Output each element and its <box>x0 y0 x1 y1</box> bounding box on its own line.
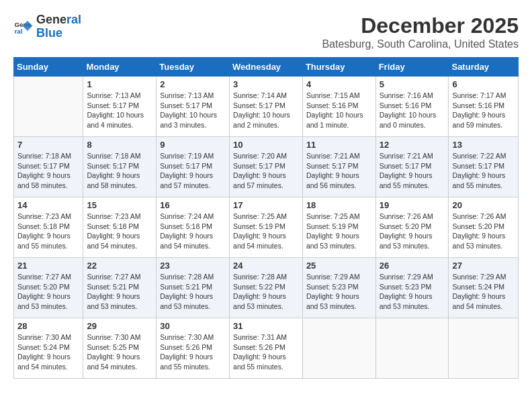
day-info: Sunrise: 7:27 AM Sunset: 5:21 PM Dayligh… <box>87 272 152 312</box>
calendar-day-16: 16Sunrise: 7:24 AM Sunset: 5:18 PM Dayli… <box>157 197 230 258</box>
day-number: 19 <box>380 200 445 210</box>
day-info: Sunrise: 7:29 AM Sunset: 5:23 PM Dayligh… <box>380 272 445 312</box>
day-number: 27 <box>452 261 515 271</box>
calendar-day-1: 1Sunrise: 7:13 AM Sunset: 5:17 PM Daylig… <box>83 77 157 137</box>
logo-icon: Gene ral <box>13 17 34 37</box>
day-number: 8 <box>87 140 152 150</box>
day-number: 1 <box>87 79 152 89</box>
day-number: 14 <box>17 200 79 210</box>
calendar-table: SundayMondayTuesdayWednesdayThursdayFrid… <box>13 57 519 379</box>
calendar-day-28: 28Sunrise: 7:30 AM Sunset: 5:24 PM Dayli… <box>14 318 83 379</box>
day-info: Sunrise: 7:19 AM Sunset: 5:17 PM Dayligh… <box>160 151 226 191</box>
calendar-empty-cell <box>302 318 375 379</box>
day-number: 17 <box>233 200 299 210</box>
day-info: Sunrise: 7:14 AM Sunset: 5:17 PM Dayligh… <box>233 91 299 130</box>
day-info: Sunrise: 7:21 AM Sunset: 5:17 PM Dayligh… <box>306 151 372 191</box>
day-number: 26 <box>380 261 445 271</box>
calendar-empty-cell <box>375 318 449 379</box>
calendar-day-25: 25Sunrise: 7:29 AM Sunset: 5:23 PM Dayli… <box>302 258 375 318</box>
svg-text:ral: ral <box>15 28 23 35</box>
logo: Gene ral General Blue <box>13 13 81 40</box>
calendar-day-21: 21Sunrise: 7:27 AM Sunset: 5:20 PM Dayli… <box>14 258 83 318</box>
header-day-friday: Friday <box>375 58 449 77</box>
day-info: Sunrise: 7:18 AM Sunset: 5:17 PM Dayligh… <box>17 151 79 191</box>
day-info: Sunrise: 7:26 AM Sunset: 5:20 PM Dayligh… <box>380 212 445 251</box>
day-info: Sunrise: 7:25 AM Sunset: 5:19 PM Dayligh… <box>233 212 299 251</box>
calendar-empty-cell <box>14 77 83 137</box>
header-day-saturday: Saturday <box>449 58 519 77</box>
header-day-tuesday: Tuesday <box>157 58 230 77</box>
calendar-day-12: 12Sunrise: 7:21 AM Sunset: 5:17 PM Dayli… <box>375 137 449 197</box>
day-number: 11 <box>306 140 372 150</box>
day-number: 25 <box>306 261 372 271</box>
calendar-day-7: 7Sunrise: 7:18 AM Sunset: 5:17 PM Daylig… <box>14 137 83 197</box>
calendar-week-row: 28Sunrise: 7:30 AM Sunset: 5:24 PM Dayli… <box>14 318 519 379</box>
day-info: Sunrise: 7:28 AM Sunset: 5:22 PM Dayligh… <box>233 272 299 312</box>
calendar-day-14: 14Sunrise: 7:23 AM Sunset: 5:18 PM Dayli… <box>14 197 83 258</box>
calendar-day-6: 6Sunrise: 7:17 AM Sunset: 5:16 PM Daylig… <box>449 77 519 137</box>
header-day-wednesday: Wednesday <box>230 58 303 77</box>
header-day-thursday: Thursday <box>302 58 375 77</box>
day-info: Sunrise: 7:16 AM Sunset: 5:16 PM Dayligh… <box>380 91 445 130</box>
calendar-title: December 2025 <box>322 13 519 38</box>
day-info: Sunrise: 7:25 AM Sunset: 5:19 PM Dayligh… <box>306 212 372 251</box>
day-number: 28 <box>17 321 79 331</box>
day-info: Sunrise: 7:24 AM Sunset: 5:18 PM Dayligh… <box>160 212 226 251</box>
calendar-day-8: 8Sunrise: 7:18 AM Sunset: 5:17 PM Daylig… <box>83 137 157 197</box>
day-number: 7 <box>17 140 79 150</box>
day-number: 5 <box>380 79 445 89</box>
day-number: 22 <box>87 261 152 271</box>
day-info: Sunrise: 7:23 AM Sunset: 5:18 PM Dayligh… <box>87 212 152 251</box>
calendar-header-row: SundayMondayTuesdayWednesdayThursdayFrid… <box>14 58 519 77</box>
day-number: 9 <box>160 140 226 150</box>
day-number: 12 <box>380 140 445 150</box>
day-info: Sunrise: 7:26 AM Sunset: 5:20 PM Dayligh… <box>452 212 515 251</box>
calendar-day-4: 4Sunrise: 7:15 AM Sunset: 5:16 PM Daylig… <box>302 77 375 137</box>
header-day-monday: Monday <box>83 58 157 77</box>
calendar-day-9: 9Sunrise: 7:19 AM Sunset: 5:17 PM Daylig… <box>157 137 230 197</box>
calendar-day-27: 27Sunrise: 7:29 AM Sunset: 5:24 PM Dayli… <box>449 258 519 318</box>
day-info: Sunrise: 7:23 AM Sunset: 5:18 PM Dayligh… <box>17 212 79 251</box>
day-number: 15 <box>87 200 152 210</box>
calendar-empty-cell <box>449 318 519 379</box>
day-info: Sunrise: 7:29 AM Sunset: 5:24 PM Dayligh… <box>452 272 515 312</box>
calendar-day-30: 30Sunrise: 7:30 AM Sunset: 5:26 PM Dayli… <box>157 318 230 379</box>
calendar-day-3: 3Sunrise: 7:14 AM Sunset: 5:17 PM Daylig… <box>230 77 303 137</box>
calendar-day-15: 15Sunrise: 7:23 AM Sunset: 5:18 PM Dayli… <box>83 197 157 258</box>
day-number: 18 <box>306 200 372 210</box>
day-info: Sunrise: 7:17 AM Sunset: 5:16 PM Dayligh… <box>452 91 515 130</box>
header-day-sunday: Sunday <box>14 58 83 77</box>
calendar-day-2: 2Sunrise: 7:13 AM Sunset: 5:17 PM Daylig… <box>157 77 230 137</box>
title-block: December 2025 Batesburg, South Carolina,… <box>322 13 519 50</box>
calendar-week-row: 21Sunrise: 7:27 AM Sunset: 5:20 PM Dayli… <box>14 258 519 318</box>
day-number: 2 <box>160 79 226 89</box>
day-info: Sunrise: 7:13 AM Sunset: 5:17 PM Dayligh… <box>87 91 152 130</box>
day-number: 10 <box>233 140 299 150</box>
calendar-day-22: 22Sunrise: 7:27 AM Sunset: 5:21 PM Dayli… <box>83 258 157 318</box>
calendar-week-row: 7Sunrise: 7:18 AM Sunset: 5:17 PM Daylig… <box>14 137 519 197</box>
calendar-day-20: 20Sunrise: 7:26 AM Sunset: 5:20 PM Dayli… <box>449 197 519 258</box>
calendar-day-18: 18Sunrise: 7:25 AM Sunset: 5:19 PM Dayli… <box>302 197 375 258</box>
calendar-day-13: 13Sunrise: 7:22 AM Sunset: 5:17 PM Dayli… <box>449 137 519 197</box>
day-number: 31 <box>233 321 299 331</box>
calendar-day-24: 24Sunrise: 7:28 AM Sunset: 5:22 PM Dayli… <box>230 258 303 318</box>
calendar-day-17: 17Sunrise: 7:25 AM Sunset: 5:19 PM Dayli… <box>230 197 303 258</box>
day-info: Sunrise: 7:21 AM Sunset: 5:17 PM Dayligh… <box>380 151 445 191</box>
calendar-day-29: 29Sunrise: 7:30 AM Sunset: 5:25 PM Dayli… <box>83 318 157 379</box>
calendar-day-11: 11Sunrise: 7:21 AM Sunset: 5:17 PM Dayli… <box>302 137 375 197</box>
day-info: Sunrise: 7:20 AM Sunset: 5:17 PM Dayligh… <box>233 151 299 191</box>
day-number: 6 <box>452 79 515 89</box>
calendar-day-26: 26Sunrise: 7:29 AM Sunset: 5:23 PM Dayli… <box>375 258 449 318</box>
day-number: 30 <box>160 321 226 331</box>
day-number: 24 <box>233 261 299 271</box>
calendar-subtitle: Batesburg, South Carolina, United States <box>322 38 519 50</box>
calendar-day-5: 5Sunrise: 7:16 AM Sunset: 5:16 PM Daylig… <box>375 77 449 137</box>
day-number: 16 <box>160 200 226 210</box>
calendar-day-19: 19Sunrise: 7:26 AM Sunset: 5:20 PM Dayli… <box>375 197 449 258</box>
day-number: 13 <box>452 140 515 150</box>
day-info: Sunrise: 7:15 AM Sunset: 5:16 PM Dayligh… <box>306 91 372 130</box>
day-info: Sunrise: 7:30 AM Sunset: 5:24 PM Dayligh… <box>17 332 79 372</box>
calendar-day-23: 23Sunrise: 7:28 AM Sunset: 5:21 PM Dayli… <box>157 258 230 318</box>
day-info: Sunrise: 7:27 AM Sunset: 5:20 PM Dayligh… <box>17 272 79 312</box>
day-number: 23 <box>160 261 226 271</box>
